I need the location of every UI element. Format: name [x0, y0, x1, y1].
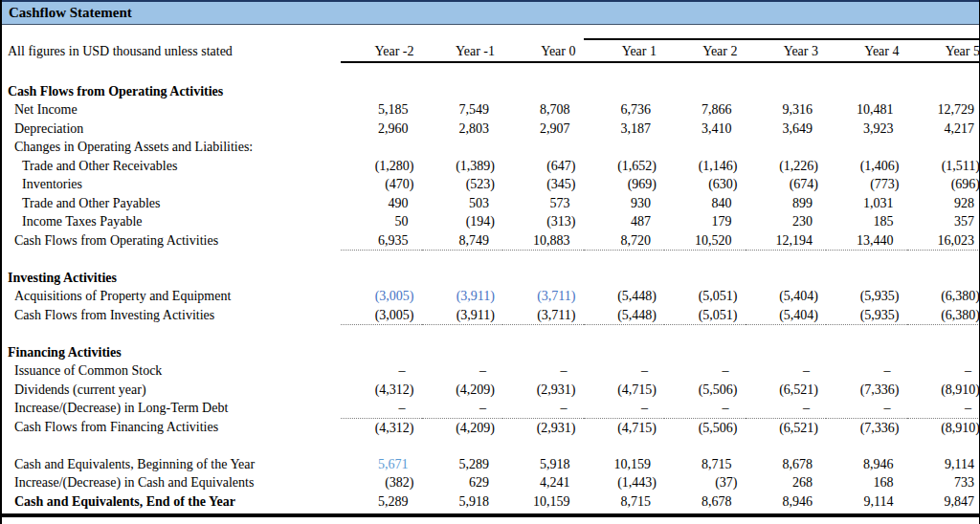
value-cell[interactable] — [341, 138, 422, 157]
value-cell[interactable] — [746, 82, 827, 101]
value-cell[interactable] — [664, 269, 746, 288]
row-label[interactable]: Investing Activities — [2, 269, 341, 288]
value-cell[interactable]: 928 — [907, 194, 980, 213]
value-cell[interactable]: 13,440 — [826, 231, 907, 251]
value-cell[interactable]: 8,708 — [502, 100, 584, 120]
value-cell[interactable] — [502, 138, 584, 157]
value-cell[interactable] — [422, 82, 503, 101]
value-cell[interactable]: – — [341, 399, 422, 418]
value-cell[interactable] — [746, 343, 827, 362]
value-cell[interactable]: (345) — [502, 175, 584, 194]
value-cell[interactable]: 8,715 — [664, 455, 746, 474]
value-cell[interactable]: – — [422, 399, 503, 418]
value-cell[interactable] — [826, 138, 907, 157]
value-cell[interactable]: 6,736 — [584, 100, 665, 120]
value-cell[interactable] — [584, 269, 665, 288]
row-label[interactable]: Cash Flows from Financing Activities — [2, 418, 341, 438]
value-cell[interactable]: 3,923 — [826, 120, 907, 139]
value-cell[interactable]: (313) — [502, 212, 584, 231]
value-cell[interactable]: 5,918 — [422, 492, 503, 512]
value-cell[interactable]: (4,715) — [584, 381, 665, 400]
column-header[interactable]: Year 1 — [584, 38, 665, 63]
value-cell[interactable]: (4,715) — [584, 418, 665, 438]
value-cell[interactable]: 5,289 — [422, 455, 503, 474]
value-cell[interactable]: 6,935 — [341, 231, 422, 251]
row-label[interactable]: Inventories — [2, 175, 341, 194]
value-cell[interactable]: 2,803 — [422, 120, 503, 139]
value-cell[interactable]: 230 — [746, 212, 827, 231]
value-cell[interactable]: (4,209) — [422, 418, 503, 438]
value-cell[interactable]: (4,312) — [341, 418, 422, 438]
value-cell[interactable] — [502, 343, 584, 362]
value-cell[interactable]: 9,114 — [826, 492, 907, 512]
value-cell[interactable]: – — [584, 399, 665, 418]
value-cell[interactable]: (696) — [907, 175, 980, 194]
row-label[interactable]: Depreciation — [2, 120, 341, 139]
value-cell[interactable]: (7,336) — [826, 418, 907, 438]
value-cell[interactable]: – — [502, 361, 584, 381]
row-label[interactable]: Trade and Other Payables — [2, 194, 341, 213]
value-cell[interactable] — [907, 138, 980, 157]
value-cell[interactable]: 4,217 — [907, 120, 980, 139]
column-header[interactable]: Year 2 — [664, 38, 746, 63]
value-cell[interactable]: – — [584, 361, 665, 381]
value-cell[interactable]: (1,280) — [341, 157, 422, 176]
value-cell[interactable]: (3,911) — [422, 306, 503, 326]
value-cell[interactable]: 573 — [502, 194, 584, 213]
value-cell[interactable] — [907, 343, 980, 362]
value-cell[interactable]: – — [422, 361, 503, 381]
value-cell[interactable] — [584, 343, 665, 362]
value-cell[interactable]: 357 — [907, 212, 980, 231]
value-cell[interactable]: (674) — [746, 175, 827, 194]
value-cell[interactable] — [746, 138, 827, 157]
value-cell[interactable]: (1,389) — [422, 157, 503, 176]
value-cell[interactable] — [341, 82, 422, 101]
value-cell[interactable]: 10,520 — [664, 231, 746, 251]
value-cell[interactable]: 5,671 — [341, 455, 422, 474]
value-cell[interactable]: 12,729 — [907, 100, 980, 120]
value-cell[interactable]: 2,960 — [341, 120, 422, 139]
value-cell[interactable]: 179 — [664, 212, 746, 231]
value-cell[interactable] — [584, 82, 665, 101]
value-cell[interactable]: (382) — [341, 473, 422, 492]
value-cell[interactable]: 5,185 — [341, 100, 422, 120]
value-cell[interactable] — [664, 82, 746, 101]
value-cell[interactable]: 10,159 — [584, 455, 665, 474]
value-cell[interactable]: 7,549 — [422, 100, 503, 120]
value-cell[interactable]: 8,946 — [826, 455, 907, 474]
value-cell[interactable] — [664, 343, 746, 362]
value-cell[interactable]: (5,051) — [664, 287, 746, 306]
value-cell[interactable]: 629 — [422, 473, 503, 492]
value-cell[interactable]: 10,159 — [502, 492, 584, 512]
value-cell[interactable] — [826, 269, 907, 288]
value-cell[interactable] — [422, 343, 503, 362]
value-cell[interactable]: (7,336) — [826, 381, 907, 400]
value-cell[interactable]: 268 — [746, 473, 827, 492]
value-cell[interactable]: (1,226) — [746, 157, 827, 176]
value-cell[interactable]: (5,506) — [664, 418, 746, 438]
value-cell[interactable]: 490 — [341, 194, 422, 213]
row-label[interactable]: Cash Flows from Operating Activities — [2, 231, 341, 251]
value-cell[interactable]: (5,404) — [746, 287, 827, 306]
value-cell[interactable]: (3,005) — [341, 306, 422, 326]
value-cell[interactable]: (1,406) — [826, 157, 907, 176]
value-cell[interactable]: 9,316 — [746, 100, 827, 120]
value-cell[interactable]: 10,883 — [502, 231, 584, 251]
row-label[interactable]: Increase/(Decrease) in Cash and Equivale… — [2, 473, 341, 492]
value-cell[interactable]: (1,652) — [584, 157, 665, 176]
value-cell[interactable]: 487 — [584, 212, 665, 231]
row-label[interactable]: Acquisitions of Property and Equipment — [2, 287, 341, 306]
value-cell[interactable]: (5,935) — [826, 306, 907, 326]
row-label[interactable]: Trade and Other Receivables — [2, 157, 341, 176]
value-cell[interactable]: 5,289 — [341, 492, 422, 512]
value-cell[interactable]: 168 — [826, 473, 907, 492]
value-cell[interactable] — [502, 82, 584, 101]
value-cell[interactable]: 503 — [422, 194, 503, 213]
value-cell[interactable]: (2,931) — [502, 418, 584, 438]
value-cell[interactable]: (5,051) — [664, 306, 746, 326]
value-cell[interactable]: 3,410 — [664, 120, 746, 139]
row-label[interactable]: Income Taxes Payable — [2, 212, 341, 231]
row-label[interactable]: Cash and Equivalents, Beginning of the Y… — [2, 455, 341, 474]
value-cell[interactable]: 9,114 — [907, 455, 980, 474]
value-cell[interactable] — [907, 269, 980, 288]
